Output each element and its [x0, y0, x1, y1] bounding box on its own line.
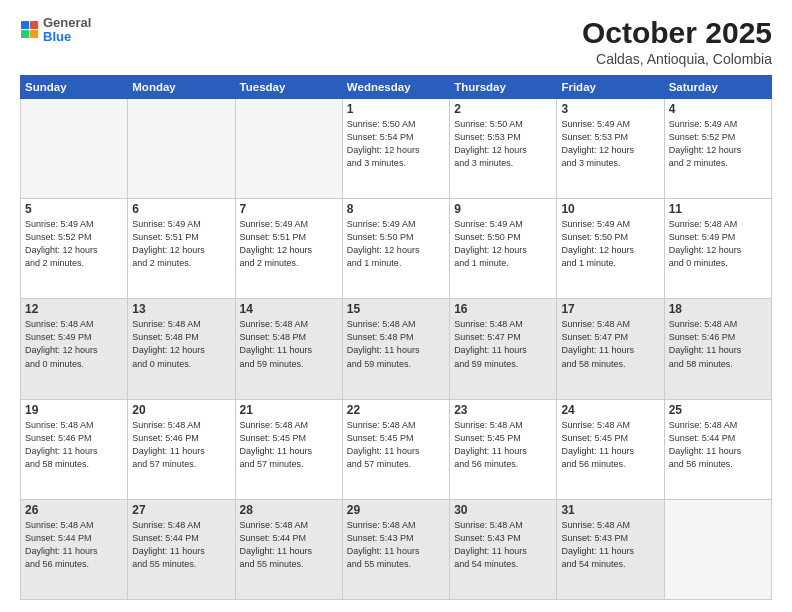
- day-number: 17: [561, 302, 659, 316]
- day-info: Sunrise: 5:50 AM Sunset: 5:53 PM Dayligh…: [454, 118, 552, 170]
- day-info: Sunrise: 5:48 AM Sunset: 5:45 PM Dayligh…: [561, 419, 659, 471]
- day-number: 30: [454, 503, 552, 517]
- day-cell: [664, 499, 771, 599]
- week-row-1: 1Sunrise: 5:50 AM Sunset: 5:54 PM Daylig…: [21, 99, 772, 199]
- day-info: Sunrise: 5:49 AM Sunset: 5:52 PM Dayligh…: [669, 118, 767, 170]
- day-number: 25: [669, 403, 767, 417]
- header-row: SundayMondayTuesdayWednesdayThursdayFrid…: [21, 76, 772, 99]
- day-cell: 21Sunrise: 5:48 AM Sunset: 5:45 PM Dayli…: [235, 399, 342, 499]
- logo-icon: [21, 21, 39, 39]
- day-info: Sunrise: 5:48 AM Sunset: 5:49 PM Dayligh…: [669, 218, 767, 270]
- day-number: 9: [454, 202, 552, 216]
- day-info: Sunrise: 5:49 AM Sunset: 5:50 PM Dayligh…: [454, 218, 552, 270]
- day-cell: 7Sunrise: 5:49 AM Sunset: 5:51 PM Daylig…: [235, 199, 342, 299]
- day-info: Sunrise: 5:48 AM Sunset: 5:45 PM Dayligh…: [240, 419, 338, 471]
- day-number: 10: [561, 202, 659, 216]
- day-cell: 18Sunrise: 5:48 AM Sunset: 5:46 PM Dayli…: [664, 299, 771, 399]
- day-number: 21: [240, 403, 338, 417]
- day-info: Sunrise: 5:48 AM Sunset: 5:46 PM Dayligh…: [132, 419, 230, 471]
- day-cell: 27Sunrise: 5:48 AM Sunset: 5:44 PM Dayli…: [128, 499, 235, 599]
- header-cell-tuesday: Tuesday: [235, 76, 342, 99]
- day-number: 23: [454, 403, 552, 417]
- day-cell: [21, 99, 128, 199]
- subtitle: Caldas, Antioquia, Colombia: [582, 51, 772, 67]
- logo: General Blue: [20, 16, 91, 45]
- day-info: Sunrise: 5:49 AM Sunset: 5:51 PM Dayligh…: [240, 218, 338, 270]
- day-cell: 11Sunrise: 5:48 AM Sunset: 5:49 PM Dayli…: [664, 199, 771, 299]
- page: General Blue October 2025 Caldas, Antioq…: [0, 0, 792, 612]
- header-cell-thursday: Thursday: [450, 76, 557, 99]
- header-cell-friday: Friday: [557, 76, 664, 99]
- day-cell: 31Sunrise: 5:48 AM Sunset: 5:43 PM Dayli…: [557, 499, 664, 599]
- day-info: Sunrise: 5:48 AM Sunset: 5:47 PM Dayligh…: [561, 318, 659, 370]
- day-cell: 24Sunrise: 5:48 AM Sunset: 5:45 PM Dayli…: [557, 399, 664, 499]
- day-number: 4: [669, 102, 767, 116]
- day-cell: 17Sunrise: 5:48 AM Sunset: 5:47 PM Dayli…: [557, 299, 664, 399]
- day-info: Sunrise: 5:49 AM Sunset: 5:50 PM Dayligh…: [347, 218, 445, 270]
- day-info: Sunrise: 5:48 AM Sunset: 5:44 PM Dayligh…: [240, 519, 338, 571]
- day-number: 24: [561, 403, 659, 417]
- day-info: Sunrise: 5:48 AM Sunset: 5:43 PM Dayligh…: [561, 519, 659, 571]
- week-row-4: 19Sunrise: 5:48 AM Sunset: 5:46 PM Dayli…: [21, 399, 772, 499]
- svg-rect-0: [21, 21, 29, 29]
- day-number: 18: [669, 302, 767, 316]
- day-info: Sunrise: 5:48 AM Sunset: 5:48 PM Dayligh…: [240, 318, 338, 370]
- day-number: 8: [347, 202, 445, 216]
- day-cell: 8Sunrise: 5:49 AM Sunset: 5:50 PM Daylig…: [342, 199, 449, 299]
- svg-rect-2: [21, 30, 29, 38]
- day-info: Sunrise: 5:49 AM Sunset: 5:53 PM Dayligh…: [561, 118, 659, 170]
- day-cell: 10Sunrise: 5:49 AM Sunset: 5:50 PM Dayli…: [557, 199, 664, 299]
- day-cell: 20Sunrise: 5:48 AM Sunset: 5:46 PM Dayli…: [128, 399, 235, 499]
- day-cell: 4Sunrise: 5:49 AM Sunset: 5:52 PM Daylig…: [664, 99, 771, 199]
- calendar-table: SundayMondayTuesdayWednesdayThursdayFrid…: [20, 75, 772, 600]
- day-cell: 9Sunrise: 5:49 AM Sunset: 5:50 PM Daylig…: [450, 199, 557, 299]
- day-cell: 2Sunrise: 5:50 AM Sunset: 5:53 PM Daylig…: [450, 99, 557, 199]
- day-number: 11: [669, 202, 767, 216]
- day-info: Sunrise: 5:48 AM Sunset: 5:45 PM Dayligh…: [454, 419, 552, 471]
- day-info: Sunrise: 5:48 AM Sunset: 5:49 PM Dayligh…: [25, 318, 123, 370]
- day-number: 13: [132, 302, 230, 316]
- day-number: 6: [132, 202, 230, 216]
- title-section: October 2025 Caldas, Antioquia, Colombia: [582, 16, 772, 67]
- day-info: Sunrise: 5:48 AM Sunset: 5:44 PM Dayligh…: [669, 419, 767, 471]
- day-cell: 16Sunrise: 5:48 AM Sunset: 5:47 PM Dayli…: [450, 299, 557, 399]
- day-cell: 19Sunrise: 5:48 AM Sunset: 5:46 PM Dayli…: [21, 399, 128, 499]
- day-number: 2: [454, 102, 552, 116]
- day-number: 29: [347, 503, 445, 517]
- day-cell: 25Sunrise: 5:48 AM Sunset: 5:44 PM Dayli…: [664, 399, 771, 499]
- day-cell: 1Sunrise: 5:50 AM Sunset: 5:54 PM Daylig…: [342, 99, 449, 199]
- day-info: Sunrise: 5:48 AM Sunset: 5:44 PM Dayligh…: [132, 519, 230, 571]
- day-number: 20: [132, 403, 230, 417]
- day-number: 1: [347, 102, 445, 116]
- day-number: 28: [240, 503, 338, 517]
- day-number: 22: [347, 403, 445, 417]
- day-cell: 15Sunrise: 5:48 AM Sunset: 5:48 PM Dayli…: [342, 299, 449, 399]
- day-info: Sunrise: 5:50 AM Sunset: 5:54 PM Dayligh…: [347, 118, 445, 170]
- week-row-3: 12Sunrise: 5:48 AM Sunset: 5:49 PM Dayli…: [21, 299, 772, 399]
- day-cell: 28Sunrise: 5:48 AM Sunset: 5:44 PM Dayli…: [235, 499, 342, 599]
- header-cell-wednesday: Wednesday: [342, 76, 449, 99]
- day-number: 19: [25, 403, 123, 417]
- day-cell: 29Sunrise: 5:48 AM Sunset: 5:43 PM Dayli…: [342, 499, 449, 599]
- day-cell: 26Sunrise: 5:48 AM Sunset: 5:44 PM Dayli…: [21, 499, 128, 599]
- day-number: 14: [240, 302, 338, 316]
- logo-text-general: General: [43, 16, 91, 30]
- header-cell-saturday: Saturday: [664, 76, 771, 99]
- day-cell: 22Sunrise: 5:48 AM Sunset: 5:45 PM Dayli…: [342, 399, 449, 499]
- day-number: 31: [561, 503, 659, 517]
- day-number: 27: [132, 503, 230, 517]
- svg-rect-3: [30, 30, 38, 38]
- week-row-2: 5Sunrise: 5:49 AM Sunset: 5:52 PM Daylig…: [21, 199, 772, 299]
- header: General Blue October 2025 Caldas, Antioq…: [20, 16, 772, 67]
- day-info: Sunrise: 5:48 AM Sunset: 5:48 PM Dayligh…: [347, 318, 445, 370]
- header-cell-sunday: Sunday: [21, 76, 128, 99]
- day-number: 12: [25, 302, 123, 316]
- day-info: Sunrise: 5:49 AM Sunset: 5:51 PM Dayligh…: [132, 218, 230, 270]
- day-cell: 14Sunrise: 5:48 AM Sunset: 5:48 PM Dayli…: [235, 299, 342, 399]
- day-number: 15: [347, 302, 445, 316]
- day-info: Sunrise: 5:48 AM Sunset: 5:46 PM Dayligh…: [25, 419, 123, 471]
- day-cell: 30Sunrise: 5:48 AM Sunset: 5:43 PM Dayli…: [450, 499, 557, 599]
- day-number: 7: [240, 202, 338, 216]
- day-cell: 23Sunrise: 5:48 AM Sunset: 5:45 PM Dayli…: [450, 399, 557, 499]
- day-info: Sunrise: 5:48 AM Sunset: 5:43 PM Dayligh…: [454, 519, 552, 571]
